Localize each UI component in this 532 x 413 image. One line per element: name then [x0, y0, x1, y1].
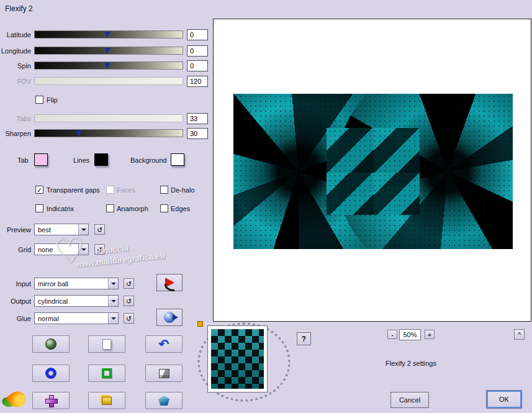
ok-button[interactable]: OK	[486, 390, 522, 409]
blue-ring-icon	[45, 368, 56, 379]
cube-button[interactable]	[145, 365, 183, 382]
latitude-row: Latitude	[0, 29, 211, 41]
box-button[interactable]	[88, 392, 125, 409]
spin-label: Spin	[0, 62, 31, 70]
blue-gem-icon	[158, 396, 169, 406]
dehalo-checkbox[interactable]	[160, 186, 168, 194]
lines-color-label: Lines	[73, 157, 89, 164]
ring-button[interactable]	[32, 365, 70, 382]
output-select-value: cylindrical	[38, 297, 68, 305]
chevron-down-icon[interactable]	[108, 296, 118, 306]
flame-icon	[6, 388, 29, 411]
faces-label: Faces	[117, 186, 135, 194]
help-button[interactable]: ?	[297, 332, 311, 345]
spin-row: Spin	[0, 60, 211, 72]
yellow-box-icon	[102, 397, 112, 405]
zoom-out-button[interactable]: -	[387, 330, 397, 339]
watermark: ♡ Pinuccia www.maildiregrafica.eu	[53, 222, 199, 282]
glue-select[interactable]: normal	[34, 312, 119, 324]
indicatrix-checkbox[interactable]	[35, 204, 43, 212]
red-arrow-icon	[165, 278, 174, 288]
spin-slider[interactable]	[34, 61, 183, 70]
tab-color-label: Tab	[17, 157, 29, 164]
fov-label: FOV	[0, 78, 31, 85]
output-label: Output	[0, 297, 31, 305]
longitude-slider[interactable]	[34, 47, 183, 55]
watermark-name: Pinuccia	[95, 243, 129, 256]
tabs-label: Tabs	[0, 115, 31, 122]
grid-select-value: none	[38, 246, 53, 253]
preview-image	[233, 94, 513, 249]
watermark-url: www.maildiregrafica.eu	[75, 251, 166, 270]
dial-marker[interactable]	[197, 321, 203, 327]
new-image-button[interactable]	[88, 335, 125, 353]
tabs-value-input[interactable]	[187, 113, 208, 124]
dehalo-label: De-halo	[171, 186, 195, 194]
sharpen-slider-thumb[interactable]	[76, 130, 82, 137]
globe-button[interactable]	[32, 335, 70, 353]
undo-button[interactable]: ↶	[145, 335, 183, 353]
anamorph-checkbox[interactable]	[106, 204, 114, 212]
frame-button[interactable]	[88, 365, 125, 382]
chevron-down-icon[interactable]	[108, 278, 118, 289]
lines-color-swatch[interactable]	[94, 153, 108, 166]
tab-color-swatch[interactable]	[34, 153, 48, 166]
indicatrix-label: Indicatrix	[47, 205, 74, 212]
latitude-value-input[interactable]	[187, 29, 208, 40]
background-color-swatch[interactable]	[171, 153, 184, 166]
cube-icon	[159, 369, 169, 378]
edges-label: Edges	[171, 205, 190, 212]
sharpen-slider[interactable]	[34, 129, 183, 137]
zoom-in-button[interactable]: +	[425, 330, 435, 339]
transparent-gaps-checkbox[interactable]: ✓	[35, 186, 43, 194]
flame-logo	[2, 391, 29, 412]
glue-preview-button[interactable]	[156, 309, 183, 326]
input-preview-button[interactable]	[156, 274, 183, 291]
input-reset-button[interactable]: ↺	[124, 278, 134, 289]
input-select[interactable]: mirror ball	[34, 278, 119, 289]
settings-name: Flexify 2 settings	[367, 360, 454, 367]
glue-select-value: normal	[38, 315, 59, 322]
cross-button[interactable]	[32, 392, 70, 409]
gem-button[interactable]	[145, 392, 183, 409]
tabs-slider	[34, 114, 183, 122]
output-select[interactable]: cylindrical	[34, 295, 119, 307]
longitude-row: Longitude	[0, 45, 211, 57]
chevron-down-icon[interactable]	[108, 313, 118, 324]
glue-label: Glue	[0, 315, 31, 322]
spin-value-input[interactable]	[187, 60, 208, 71]
sharpen-label: Sharpen	[0, 130, 31, 137]
preview-panel	[213, 19, 531, 322]
cancel-button[interactable]: Cancel	[390, 392, 429, 408]
output-reset-button[interactable]: ↺	[124, 296, 134, 306]
grid-label: Grid	[0, 246, 31, 253]
undo-icon: ↶	[159, 338, 169, 350]
edges-checkbox[interactable]	[160, 204, 168, 212]
input-label: Input	[0, 280, 31, 288]
fov-value-input[interactable]	[187, 76, 208, 87]
preview-thumbnail[interactable]	[207, 325, 268, 393]
longitude-slider-thumb[interactable]	[104, 48, 110, 54]
sharpen-row: Sharpen	[0, 128, 211, 140]
longitude-label: Longitude	[0, 47, 31, 55]
thumbnail-image	[211, 329, 264, 389]
tabs-row: Tabs	[0, 113, 211, 125]
globe-icon	[45, 338, 56, 350]
latitude-slider-thumb[interactable]	[104, 32, 110, 38]
green-frame-icon	[102, 368, 112, 378]
spin-slider-thumb[interactable]	[104, 63, 110, 69]
latitude-slider[interactable]	[34, 30, 183, 39]
flip-checkbox[interactable]	[35, 96, 43, 104]
blue-sphere-arrow-icon	[164, 312, 175, 323]
zoom-level[interactable]: 50%	[399, 329, 421, 340]
latitude-label: Latitude	[0, 31, 31, 39]
glue-reset-button[interactable]: ↺	[124, 313, 134, 324]
dot-texture	[233, 94, 513, 249]
longitude-value-input[interactable]	[187, 45, 208, 57]
anamorph-label: Anamorph	[117, 205, 148, 212]
background-color-label: Background	[130, 157, 167, 164]
faces-checkbox	[106, 186, 114, 194]
fov-slider	[34, 77, 183, 85]
collapse-button[interactable]: ^	[514, 329, 525, 340]
sharpen-value-input[interactable]	[187, 128, 208, 139]
